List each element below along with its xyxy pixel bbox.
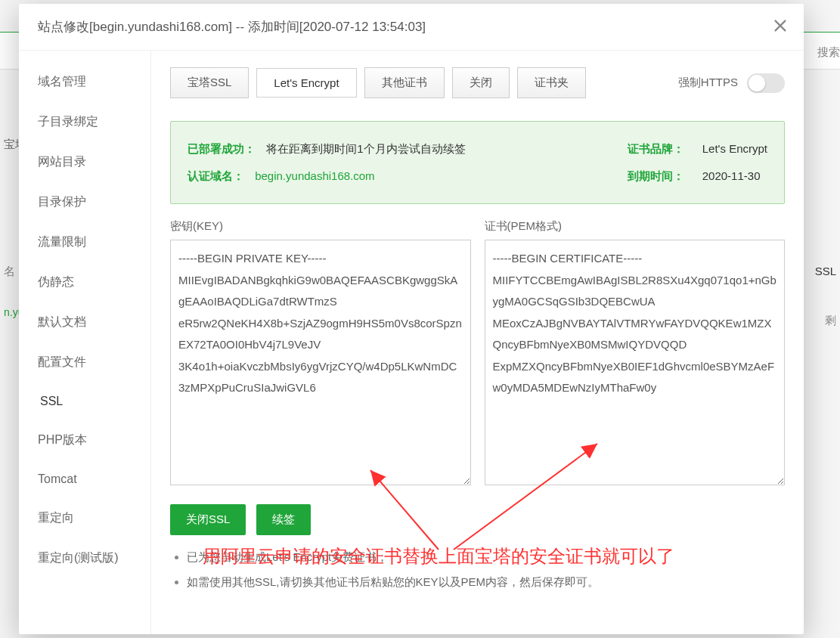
tab-2[interactable]: 其他证书 [364,67,445,98]
expire-time-value: 2020-11-30 [702,169,761,182]
sidebar-item-5[interactable]: 伪静态 [19,262,150,302]
cert-textareas: 密钥(KEY) 证书(PEM格式) [170,219,785,485]
renew-button[interactable]: 续签 [256,504,311,535]
private-key-input[interactable] [170,240,471,485]
tab-0[interactable]: 宝塔SSL [170,67,249,98]
close-ssl-button[interactable]: 关闭SSL [170,504,246,535]
action-button-row: 关闭SSL 续签 [170,504,785,535]
sidebar-item-4[interactable]: 流量限制 [19,222,150,262]
sidebar-item-9[interactable]: PHP版本 [19,420,150,460]
force-https-toggle[interactable] [747,73,785,93]
note-item: 已为您自动生成Let's Encrypt免费证书； [187,550,785,565]
sidebar: 域名管理子目录绑定网站目录目录保护流量限制伪静态默认文档配置文件SSLPHP版本… [19,51,151,634]
sidebar-item-8[interactable]: SSL [19,382,150,420]
modal-title: 站点修改[begin.yundashi168.com] -- 添加时间[2020… [38,18,426,36]
note-item: 如需使用其他SSL,请切换其他证书后粘贴您的KEY以及PEM内容，然后保存即可。 [187,575,785,590]
key-label: 密钥(KEY) [170,219,471,234]
sidebar-item-3[interactable]: 目录保护 [19,182,150,222]
cert-brand-label: 证书品牌： [628,142,684,155]
tab-1[interactable]: Let's Encrypt [256,68,356,98]
auth-domain-label: 认证域名： [188,169,244,182]
modal-body: 域名管理子目录绑定网站目录目录保护流量限制伪静态默认文档配置文件SSLPHP版本… [19,51,804,634]
sidebar-item-0[interactable]: 域名管理 [19,62,150,102]
tab-4[interactable]: 证书夹 [517,67,586,98]
expire-time-label: 到期时间： [628,169,684,182]
tab-3[interactable]: 关闭 [452,67,510,98]
sidebar-item-12[interactable]: 重定向(测试版) [19,538,150,578]
auth-domain-value: begin.yundashi168.com [255,169,374,182]
bg-right-col: SSL [815,265,836,277]
pem-label: 证书(PEM格式) [485,219,786,234]
ssl-tab-row: 宝塔SSLLet's Encrypt其他证书关闭证书夹 强制HTTPS [170,67,785,98]
certificate-pem-input[interactable] [485,240,786,485]
deploy-success-text: 将在距离到期时间1个月内尝试自动续签 [266,142,465,155]
content-pane: 宝塔SSLLet's Encrypt其他证书关闭证书夹 强制HTTPS 已部署成… [151,51,804,634]
sidebar-item-10[interactable]: Tomcat [19,460,150,498]
sidebar-item-2[interactable]: 网站目录 [19,142,150,182]
bg-col-header: 名 [4,265,15,279]
bg-right-remain: 剩 [825,314,836,328]
notes-list: 已为您自动生成Let's Encrypt免费证书；如需使用其他SSL,请切换其他… [170,550,785,590]
sidebar-item-11[interactable]: 重定向 [19,498,150,538]
cert-brand-value: Let's Encrypt [702,142,767,155]
sidebar-item-1[interactable]: 子目录绑定 [19,102,150,142]
force-https-label: 强制HTTPS [678,76,738,90]
sidebar-item-6[interactable]: 默认文档 [19,302,150,342]
cert-status-box: 已部署成功： 将在距离到期时间1个月内尝试自动续签 认证域名： begin.yu… [170,121,785,204]
bg-search-text: 搜索 [817,45,840,60]
deploy-success-label: 已部署成功： [188,142,256,155]
sidebar-item-7[interactable]: 配置文件 [19,342,150,382]
close-icon[interactable] [772,17,790,36]
modal-header: 站点修改[begin.yundashi168.com] -- 添加时间[2020… [19,4,804,51]
site-edit-modal: 站点修改[begin.yundashi168.com] -- 添加时间[2020… [19,4,804,634]
